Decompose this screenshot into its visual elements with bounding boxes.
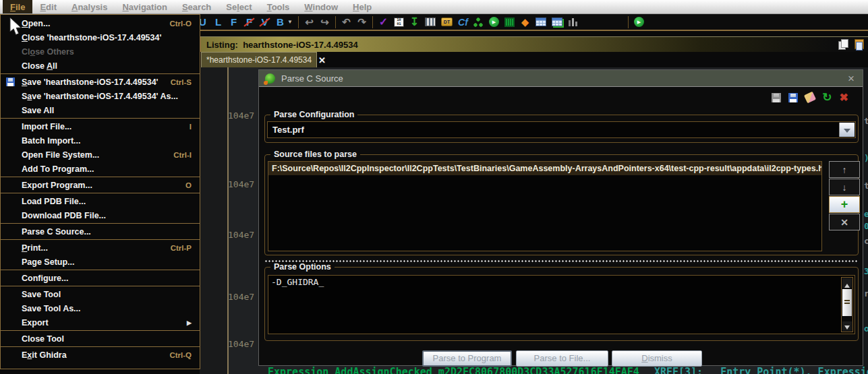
menu-separator (1, 193, 200, 193)
chart-icon[interactable] (568, 18, 578, 26)
combo-selected-value: Test.prf (268, 125, 304, 135)
menu-item-load-pdb-file[interactable]: Load PDB File... (1, 194, 200, 208)
menu-item-label: Download PDB File... (22, 211, 106, 220)
nav-in-icon[interactable]: ↩ (304, 17, 314, 28)
parse-to-program-button[interactable]: Parse to Program (422, 350, 512, 367)
copy-icon[interactable] (841, 39, 848, 48)
menu-item-configure[interactable]: Configure... (1, 271, 200, 285)
dialog-close-icon[interactable]: × (848, 73, 857, 84)
submenu-arrow-icon: ▶ (187, 319, 192, 326)
menu-separator (1, 286, 200, 286)
redo-icon[interactable]: ↷ (357, 17, 367, 28)
paste-icon[interactable] (855, 39, 864, 49)
validate-icon[interactable]: ✓ (378, 17, 388, 28)
menu-item-print[interactable]: Print...Ctrl-P (1, 241, 200, 255)
parse-configuration-group: Parse Configuration Test.prf (264, 115, 859, 143)
dialog-title-bar[interactable]: Parse C Source × (259, 70, 863, 87)
menu-item-close-all[interactable]: Close All (1, 59, 200, 73)
function-graph-icon[interactable] (425, 18, 436, 26)
source-file-row[interactable]: F:\Source\Repos\Il2CppInspector\Il2CppTe… (268, 162, 821, 175)
script-manager-run-icon[interactable]: ▶ (634, 17, 644, 27)
run-analysis-icon[interactable]: ▶ (489, 17, 499, 27)
save-profile-as-icon[interactable] (788, 93, 798, 102)
scroll-down-icon[interactable] (842, 321, 852, 331)
tab-hearthstone[interactable]: *hearthstone-iOS-17.4.49534 ✕ (201, 52, 317, 67)
symbol-references-icon[interactable] (552, 18, 562, 26)
menu-separator (1, 177, 200, 177)
menu-analysis[interactable]: Analysis (64, 0, 115, 13)
remove-file-button[interactable]: ✕ (829, 214, 860, 230)
label-style-icon[interactable]: L (213, 17, 223, 28)
symbol-tree-icon[interactable] (473, 18, 484, 27)
delete-profile-icon[interactable]: ✖ (840, 92, 848, 103)
bytes-viewer-icon[interactable]: 10 01 (394, 18, 404, 27)
dismiss-button[interactable]: Dismiss (612, 350, 702, 367)
byte-style-icon[interactable]: B (275, 17, 285, 28)
menu-tools[interactable]: Tools (260, 0, 297, 13)
menu-item-close-hearthstone-ios-17-4-49534[interactable]: Close 'hearthstone-iOS-17.4.49534' (1, 30, 200, 44)
parse-options-textarea[interactable]: -D_GHIDRA_ (268, 275, 855, 334)
menu-window[interactable]: Window (297, 0, 345, 13)
combo-dropdown-icon[interactable] (839, 123, 855, 137)
menu-item-open[interactable]: Open...Ctrl-O (1, 16, 200, 30)
c-parser-icon[interactable]: Cf (458, 17, 468, 28)
function-style-off-icon[interactable]: F (244, 17, 254, 28)
menu-help[interactable]: Help (345, 0, 379, 13)
menu-bar: FileEditAnalysisNavigationSearchSelectTo… (0, 0, 868, 14)
menu-item-open-file-system[interactable]: Open File System...Ctrl-I (1, 148, 200, 162)
menu-edit[interactable]: Edit (32, 0, 64, 13)
menu-item-export[interactable]: Export▶ (1, 315, 200, 330)
function-style-icon[interactable]: F (229, 17, 239, 28)
menu-item-save-all[interactable]: Save All (1, 103, 200, 117)
source-files-list[interactable]: F:\Source\Repos\Il2CppInspector\Il2CppTe… (268, 161, 822, 251)
menu-navigation[interactable]: Navigation (115, 0, 174, 13)
add-file-button[interactable]: + (829, 196, 860, 213)
menu-item-save-hearthstone-ios-17-4-49534[interactable]: Save 'hearthstone-iOS-17.4.49534'Ctrl-S (1, 75, 200, 89)
menu-item-parse-c-source[interactable]: Parse C Source... (1, 224, 200, 239)
tab-close-icon[interactable]: ✕ (318, 55, 326, 65)
menu-select[interactable]: Select (219, 0, 259, 13)
parse-configuration-combo[interactable]: Test.prf (267, 121, 856, 138)
listing-edge-char: 3 (864, 266, 868, 276)
menu-item-save-tool[interactable]: Save Tool (1, 287, 200, 301)
menu-search[interactable]: Search (175, 0, 219, 13)
save-profile-icon[interactable] (772, 93, 781, 102)
menu-item-exit-ghidra[interactable]: Exit GhidraCtrl-Q (1, 348, 200, 362)
menu-item-shortcut: Ctrl-P (171, 244, 192, 252)
symbol-table-icon[interactable] (536, 18, 546, 26)
style-dropdown-caret-icon[interactable]: ▼ (287, 17, 293, 28)
parse-to-file-button[interactable]: Parse to File... (516, 350, 608, 367)
menu-item-import-file[interactable]: Import File...I (1, 119, 200, 133)
refresh-icon[interactable]: ↻ (822, 92, 832, 103)
import-results-icon[interactable]: ↧ (409, 17, 419, 28)
menu-item-shortcut: Ctrl-Q (169, 351, 192, 359)
options-scrollbar[interactable] (841, 277, 853, 332)
diamond-icon[interactable]: ◆ (520, 17, 530, 28)
scroll-up-icon[interactable] (842, 278, 852, 288)
listing-address: 104e7 (228, 111, 254, 121)
undo-icon[interactable]: ↶ (341, 17, 351, 28)
nav-out-icon[interactable]: ↪ (320, 17, 330, 28)
menu-item-export-program[interactable]: Export Program...O (1, 178, 200, 192)
menu-item-download-pdb-file[interactable]: Download PDB File... (1, 208, 200, 222)
memory-map-icon[interactable] (504, 18, 515, 27)
menu-item-page-setup[interactable]: Page Setup... (1, 255, 200, 269)
scroll-thumb[interactable] (842, 289, 852, 316)
move-down-button[interactable]: ↓ (829, 179, 860, 195)
menu-item-save-tool-as[interactable]: Save Tool As... (1, 301, 200, 315)
menu-item-shortcut: O (185, 181, 192, 189)
menu-item-save-hearthstone-ios-17-4-49534-as[interactable]: Save 'hearthstone-iOS-17.4.49534' As... (1, 89, 200, 103)
menu-separator (1, 346, 200, 347)
listing-gutter (200, 67, 227, 374)
menu-item-batch-import[interactable]: Batch Import... (1, 133, 200, 148)
menu-item-add-to-program[interactable]: Add To Program... (1, 162, 200, 176)
menu-file[interactable]: File (3, 0, 32, 13)
listing-header[interactable]: Listing: hearthstone-iOS-17.4.49534 (200, 36, 868, 52)
data-type-manager-icon[interactable]: DT (441, 18, 453, 26)
clear-profile-icon[interactable] (804, 92, 816, 104)
move-up-button[interactable]: ↑ (829, 161, 860, 178)
variable-style-off-icon[interactable]: V (260, 17, 270, 28)
splitter-handle[interactable] (264, 259, 857, 263)
menu-item-close-tool[interactable]: Close Tool (1, 332, 200, 346)
menu-item-shortcut: Ctrl-S (171, 78, 192, 86)
